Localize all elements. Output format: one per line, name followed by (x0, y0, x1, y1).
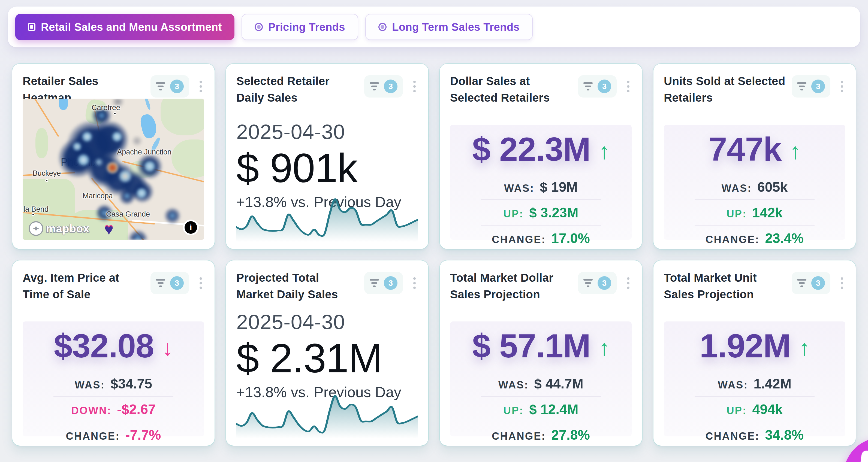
map-terrain-patch (84, 99, 108, 126)
map-pin-icon: ♥ (104, 221, 114, 238)
up-arrow-icon: ↑ (599, 335, 610, 361)
stat-row-up: UP: 494k (694, 397, 814, 422)
filter-button[interactable]: 3 (151, 272, 189, 294)
stat-row-up: UP: $ 3.23M (481, 200, 601, 226)
stat-value: 34.8% (765, 427, 804, 443)
stat-row-was: WAS: 1.42M (694, 371, 814, 397)
up-arrow-icon: ↑ (599, 138, 610, 164)
card-title: Total Market Unit Sales Projection (664, 270, 786, 303)
mapbox-logo[interactable]: ✦ mapbox (29, 221, 89, 236)
kpi-stats: WAS: 1.42M UP: 494k CHANGE: 34.8% (694, 371, 814, 447)
card-grid: Retailer Sales Heatmap 3 (12, 64, 856, 446)
card-menu-button[interactable] (625, 79, 632, 94)
stat-row-down: DOWN: -$2.67 (54, 397, 174, 422)
map-attribution-info-button[interactable]: i (183, 220, 199, 235)
map-label-buckeye: Buckeye (33, 169, 61, 177)
filter-button[interactable]: 3 (364, 75, 403, 98)
kpi-value: $ 22.3M ↑ (472, 130, 610, 168)
stat-value: $34.75 (111, 376, 152, 392)
card-menu-button[interactable] (839, 276, 845, 291)
filter-button[interactable]: 3 (578, 75, 617, 98)
kpi-panel: $ 57.1M ↑ WAS: $ 44.7M UP: $ 12.4M CHANG… (450, 322, 632, 436)
card-header: Projected Total Market Daily Sales 3 (236, 270, 418, 303)
card-actions: 3 (151, 75, 204, 98)
radio-icon (255, 23, 263, 31)
card-units-sold-selected-retailers: Units Sold at Selected Retailers 3 747k … (653, 64, 856, 249)
stat-row-was: WAS: $34.75 (54, 371, 174, 397)
card-menu-button[interactable] (411, 276, 418, 291)
tab-label: Long Term Sales Trends (392, 21, 520, 33)
kpi-stats: WAS: $34.75 DOWN: -$2.67 CHANGE: -7.7% (54, 371, 174, 447)
stat-label: CHANGE: (706, 234, 760, 245)
stat-label: WAS: (504, 183, 534, 194)
stat-value: $ 3.23M (529, 205, 579, 221)
stat-row-change: CHANGE: -7.7% (54, 422, 174, 447)
card-menu-button[interactable] (411, 79, 418, 94)
stat-row-up: UP: $ 12.4M (481, 397, 601, 422)
card-header: Dollar Sales at Selected Retailers 3 (450, 73, 632, 106)
kpi-value: 1.92M ↑ (700, 327, 810, 365)
projected-sales-sparkline (236, 391, 418, 438)
kpi-value: 747k ↑ (709, 130, 800, 168)
heatmap-map[interactable]: Phoenix Carefree Apache Junction Buckeye… (23, 99, 204, 240)
filter-button[interactable]: 3 (364, 272, 403, 294)
card-header: Total Market Dollar Sales Projection 3 (450, 270, 632, 303)
map-water-area (59, 99, 68, 110)
stat-value: -$2.67 (117, 401, 156, 417)
card-menu-button[interactable] (625, 276, 632, 291)
stat-label: UP: (726, 405, 747, 417)
filter-button[interactable]: 3 (578, 272, 617, 294)
stat-label: WAS: (498, 379, 529, 391)
filter-icon (583, 82, 593, 91)
filter-count-badge: 3 (384, 79, 398, 93)
tab-retail-sales-and-menu-assortment[interactable]: Retail Sales and Menu Assortment (15, 14, 235, 40)
trend-content: 2025-04-30 $ 2.31M +13.8% vs. Previous D… (236, 310, 418, 400)
card-menu-button[interactable] (839, 79, 845, 94)
stat-label: CHANGE: (706, 430, 760, 442)
card-header: Selected Retailer Daily Sales 3 (236, 73, 418, 106)
filter-count-badge: 3 (597, 276, 611, 290)
filter-icon (370, 82, 379, 91)
stat-value: 1.42M (753, 376, 792, 392)
card-actions: 3 (578, 75, 632, 98)
tab-long-term-sales-trends[interactable]: Long Term Sales Trends (365, 14, 533, 40)
stat-row-change: CHANGE: 23.4% (694, 226, 814, 251)
stat-value: $ 44.7M (534, 376, 583, 392)
map-label-gila-bend: la Bend (24, 205, 49, 213)
up-arrow-icon: ↑ (790, 138, 801, 164)
filter-icon (156, 82, 165, 91)
card-menu-button[interactable] (197, 276, 204, 291)
kpi-panel: 1.92M ↑ WAS: 1.42M UP: 494k CHANGE: 34.8… (664, 322, 845, 436)
card-menu-button[interactable] (197, 79, 204, 94)
card-title: Avg. Item Price at Time of Sale (23, 270, 145, 303)
filter-count-badge: 3 (597, 79, 611, 93)
stat-value: -7.7% (125, 427, 161, 443)
card-retailer-sales-heatmap: Retailer Sales Heatmap 3 (12, 64, 215, 249)
stat-row-was: WAS: $ 19M (481, 174, 601, 200)
stat-row-was: WAS: 605k (694, 174, 814, 200)
card-actions: 3 (792, 75, 845, 98)
stat-row-change: CHANGE: 34.8% (694, 422, 814, 447)
map-label-apache-junction: Apache Junction (117, 148, 172, 156)
filter-count-badge: 3 (170, 79, 184, 93)
kpi-number: 747k (709, 130, 781, 168)
filter-button[interactable]: 3 (792, 75, 830, 98)
filter-icon (370, 279, 379, 287)
card-projected-total-market-daily-sales: Projected Total Market Daily Sales 3 202… (226, 260, 428, 446)
tab-pricing-trends[interactable]: Pricing Trends (242, 14, 358, 40)
stat-value: 23.4% (765, 230, 804, 246)
card-actions: 3 (364, 75, 418, 98)
map-label-casa-grande: Casa Grande (106, 210, 150, 219)
map-town-dot (32, 213, 35, 216)
tab-bar: Retail Sales and Menu Assortment Pricing… (8, 6, 860, 47)
stat-row-was: WAS: $ 44.7M (481, 371, 601, 397)
map-town-dot (114, 112, 116, 115)
card-header: Avg. Item Price at Time of Sale 3 (23, 270, 204, 303)
card-avg-item-price: Avg. Item Price at Time of Sale 3 $32.08… (12, 260, 215, 446)
kpi-stats: WAS: 605k UP: 142k CHANGE: 23.4% (694, 174, 814, 251)
map-label-phoenix: Phoenix (61, 156, 98, 168)
card-selected-retailer-daily-sales: Selected Retailer Daily Sales 3 2025-04-… (226, 64, 428, 249)
filter-button[interactable]: 3 (792, 272, 830, 294)
filter-button[interactable]: 3 (151, 75, 189, 98)
kpi-panel: $32.08 ↓ WAS: $34.75 DOWN: -$2.67 CHANGE… (23, 322, 204, 436)
